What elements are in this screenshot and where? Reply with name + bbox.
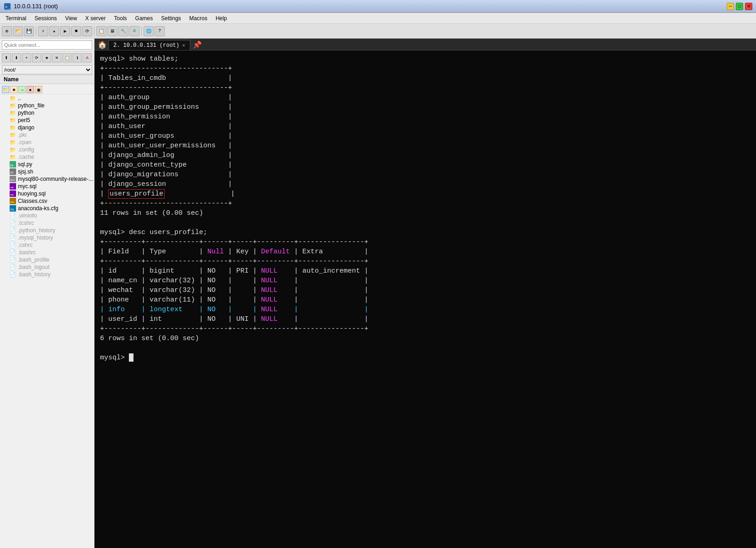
- list-item[interactable]: 📁 python: [0, 109, 94, 117]
- quick-connect-input[interactable]: [2, 40, 92, 50]
- menu-xserver[interactable]: X server: [82, 14, 110, 22]
- window-controls[interactable]: ─ □ ✕: [727, 3, 752, 10]
- folder-icon: 📁: [9, 146, 17, 153]
- svg-text:>_: >_: [5, 5, 10, 9]
- sidebar-btn-text[interactable]: A: [83, 53, 92, 62]
- toolbar-btn-4[interactable]: ■: [71, 26, 81, 36]
- toolbar-btn-10[interactable]: 🌐: [144, 26, 154, 36]
- file-icon: 📄: [9, 249, 17, 256]
- toolbar-btn-2[interactable]: ★: [49, 26, 59, 36]
- list-item[interactable]: 📁 .config: [0, 146, 94, 153]
- tab-star[interactable]: ★: [10, 86, 17, 93]
- toolbar-btn-6[interactable]: 📋: [96, 26, 106, 36]
- list-item[interactable]: 📁 perl5: [0, 117, 94, 124]
- file-icon: 📄: [9, 264, 17, 270]
- sidebar-btn-props[interactable]: ℹ: [72, 53, 82, 62]
- maximize-button[interactable]: □: [736, 3, 743, 10]
- tab-dot1[interactable]: ●: [27, 86, 34, 93]
- sidebar-btn-bookmark[interactable]: ★: [42, 53, 51, 62]
- terminal-tab-label: 2. 10.0.0.131 (root): [113, 42, 179, 49]
- list-item[interactable]: sql huoying.sql: [0, 190, 94, 197]
- list-item[interactable]: 📄 .bash_logout: [0, 263, 94, 271]
- terminal-output[interactable]: mysql> show tables; +-------------------…: [94, 50, 756, 548]
- terminal-container: 🏠 2. 10.0.0.131 (root) ✕ 📌 mysql> show t…: [94, 39, 756, 548]
- toolbar-btn-1[interactable]: ⚡: [38, 26, 48, 36]
- list-item[interactable]: py sql.py: [0, 161, 94, 168]
- file-icon: py: [9, 161, 17, 168]
- menu-games[interactable]: Games: [132, 14, 157, 22]
- toolbar-btn-9[interactable]: A: [129, 26, 139, 36]
- toolbar-btn-8[interactable]: 🔧: [118, 26, 128, 36]
- list-item[interactable]: csv Classes.csv: [0, 197, 94, 205]
- tab-dot2[interactable]: ◉: [35, 86, 42, 93]
- folder-icon: 📁: [9, 95, 17, 101]
- sidebar-toolbar: ⬆ ⬇ + ⟳ ★ ✕ 📋 ℹ A: [0, 51, 94, 64]
- list-item[interactable]: 📁 django: [0, 124, 94, 131]
- list-item[interactable]: 📄 .bash_history: [0, 271, 94, 278]
- sidebar: ⬆ ⬇ + ⟳ ★ ✕ 📋 ℹ A /root/ Name 📁 ★ →: [0, 39, 94, 548]
- menu-view[interactable]: View: [61, 14, 81, 22]
- quick-connect-bar: [0, 39, 94, 51]
- tab-home[interactable]: 🏠: [96, 40, 108, 50]
- sidebar-btn-copy[interactable]: 📋: [62, 53, 72, 62]
- list-item[interactable]: sql myc.sql: [0, 183, 94, 190]
- tab-arrow[interactable]: →: [18, 86, 26, 93]
- path-select[interactable]: /root/: [2, 65, 92, 74]
- list-item[interactable]: sh sjsj.sh: [0, 168, 94, 175]
- sidebar-btn-refresh[interactable]: ⟳: [32, 53, 41, 62]
- menu-settings[interactable]: Settings: [157, 14, 184, 22]
- toolbar-btn-open[interactable]: 📂: [13, 26, 23, 36]
- terminal-tab-active[interactable]: 2. 10.0.0.131 (root) ✕: [108, 40, 190, 50]
- list-item[interactable]: 📁 ..: [0, 95, 94, 102]
- svg-text:cfg: cfg: [10, 208, 14, 211]
- list-item[interactable]: 📁 .cache: [0, 153, 94, 161]
- menu-tools[interactable]: Tools: [111, 14, 131, 22]
- toolbar-btn-3[interactable]: ▶: [60, 26, 70, 36]
- file-icon: cfg: [9, 205, 17, 212]
- toolbar-btn-11[interactable]: ?: [155, 26, 165, 36]
- list-item[interactable]: 📄 .mysql_history: [0, 234, 94, 241]
- minimize-button[interactable]: ─: [727, 3, 734, 10]
- toolbar-btn-7[interactable]: 🖥: [107, 26, 117, 36]
- title-bar: >_ 10.0.0.131 (root) ─ □ ✕: [0, 0, 756, 13]
- menu-sessions[interactable]: Sessions: [31, 14, 61, 22]
- folder-icon: 📁: [9, 154, 17, 160]
- file-tree-header: Name: [0, 75, 94, 84]
- list-item[interactable]: 📄 .bashrc: [0, 249, 94, 256]
- list-item[interactable]: 📄 .bash_profile: [0, 256, 94, 263]
- list-item[interactable]: 📄 .python_history: [0, 227, 94, 234]
- folder-icon: 📁: [9, 110, 17, 116]
- file-tree: 📁 ★ → ● ◉ 📁 .. 📁 python_file 📁 python: [0, 84, 94, 548]
- list-item[interactable]: 📄 .viminfo: [0, 212, 94, 219]
- list-item[interactable]: 📁 .cpan: [0, 139, 94, 146]
- tab-pin[interactable]: 📌: [192, 40, 202, 50]
- menu-help[interactable]: Help: [212, 14, 231, 22]
- file-icon: 📄: [9, 242, 17, 248]
- svg-text:sql: sql: [10, 193, 14, 196]
- menu-terminal[interactable]: Terminal: [2, 14, 30, 22]
- svg-text:sh: sh: [10, 171, 14, 174]
- list-item[interactable]: rpm mysql80-community-release-...: [0, 175, 94, 183]
- list-item[interactable]: cfg anaconda-ks.cfg: [0, 205, 94, 212]
- sidebar-btn-newfile[interactable]: +: [22, 53, 31, 62]
- sidebar-btn-upload[interactable]: ⬆: [2, 53, 11, 62]
- file-icon: 📄: [9, 212, 17, 219]
- menu-macros[interactable]: Macros: [186, 14, 211, 22]
- file-icon: 📄: [9, 271, 17, 278]
- tab-files[interactable]: 📁: [2, 86, 9, 93]
- list-item[interactable]: 📁 python_file: [0, 102, 94, 109]
- list-item[interactable]: 📄 .tcshrc: [0, 219, 94, 227]
- svg-text:csv: csv: [10, 201, 14, 203]
- sidebar-btn-download[interactable]: ⬇: [12, 53, 21, 62]
- sidebar-btn-delete[interactable]: ✕: [52, 53, 61, 62]
- close-button[interactable]: ✕: [745, 3, 752, 10]
- file-icon: 📄: [9, 235, 17, 241]
- svg-text:rpm: rpm: [10, 179, 15, 181]
- tab-close-icon[interactable]: ✕: [182, 42, 185, 48]
- toolbar-btn-save[interactable]: 💾: [24, 26, 34, 36]
- list-item[interactable]: 📄 .cshrc: [0, 241, 94, 249]
- toolbar-btn-new[interactable]: ⊕: [2, 26, 12, 36]
- list-item[interactable]: 📁 .pki: [0, 131, 94, 139]
- toolbar-btn-5[interactable]: ⟳: [82, 26, 92, 36]
- file-icon: rpm: [9, 176, 17, 182]
